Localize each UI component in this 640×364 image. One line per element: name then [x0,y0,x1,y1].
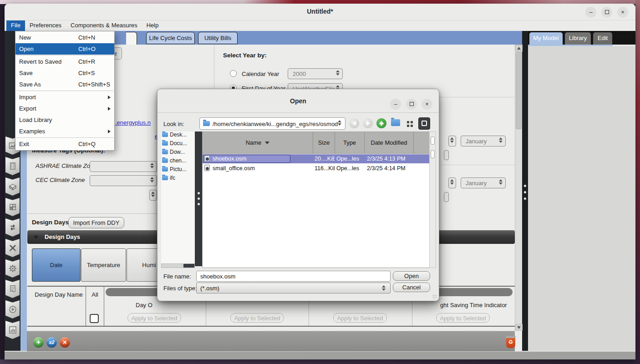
menu-item-open[interactable]: OpenCtrl+O [15,43,114,55]
files-of-type-select[interactable]: (*.osm) [196,283,391,293]
hidden-spinbox-fragment[interactable] [448,136,456,147]
menu-item-export[interactable]: Export [15,103,114,114]
scrollbar-thumb[interactable] [516,52,522,129]
list-view-icon[interactable] [405,119,414,128]
resize-grip[interactable] [432,294,437,299]
sidebar-hscrollbar[interactable] [161,263,195,268]
results-summary-icon[interactable] [5,321,20,339]
facility-tab-icon[interactable] [5,157,20,175]
menu-item-save-as[interactable]: Save AsCtrl+Shift+S [15,79,114,90]
col-header-date[interactable]: Date Modified [365,132,414,154]
hidden-spinbox-fragment[interactable] [448,177,456,188]
apply-to-selected-button[interactable]: Apply to Selected [127,313,181,323]
apply-to-selected-button[interactable]: Apply to Selected [333,313,387,323]
back-icon[interactable] [349,118,359,128]
spinner-icon[interactable] [149,177,155,182]
col-header-name[interactable]: Name [203,132,313,154]
settings-gear-icon[interactable] [5,259,20,278]
menu-help[interactable]: Help [142,20,163,31]
spinner-icon[interactable] [498,179,503,185]
table-vscrollbar[interactable] [429,131,436,268]
col-header-type[interactable]: Type [335,132,365,154]
calendar-year-select[interactable]: 2000 [288,68,343,79]
spinner-icon[interactable] [149,163,155,168]
dialog-close-icon[interactable]: × [422,99,432,110]
scroll-up-icon[interactable] [515,45,523,51]
tab-utility-bills[interactable]: Utility Bills [198,32,238,44]
sidebar-splitter[interactable] [195,131,202,266]
menu-item-examples[interactable]: Examples [15,126,114,137]
spinner-icon[interactable] [498,137,503,143]
dialog-minimize-icon[interactable]: – [390,99,401,110]
menu-components-measures[interactable]: Components & Measures [66,20,142,31]
month-select-2[interactable]: January [461,177,506,188]
menu-file[interactable]: File [6,20,25,31]
menu-item-load-library[interactable]: Load Library [15,114,114,126]
dialog-title-bar[interactable]: Open – × [157,89,439,113]
apply-to-selected-button[interactable]: Apply to Selected [230,313,284,323]
menu-item-revert[interactable]: Revert to SavedCtrl+R [15,56,114,67]
menu-item-new[interactable]: NewCtrl+N [15,32,114,43]
forward-icon[interactable] [363,118,373,128]
scroll-down-icon[interactable] [515,324,523,331]
scrollbar-thumb[interactable] [183,264,194,268]
hidden-spinbox-fragment[interactable] [149,190,157,201]
up-directory-icon[interactable] [376,118,386,128]
date-category-button[interactable]: Date [32,248,81,282]
tab-year-partial[interactable] [126,32,137,45]
ashrae-select[interactable] [90,161,157,172]
tab-edit[interactable]: Edit [593,32,612,45]
loads-tab-icon[interactable] [5,198,20,216]
panel-splitter[interactable] [522,31,528,351]
tab-life-cycle-costs[interactable]: Life Cycle Costs [146,32,195,44]
close-icon[interactable]: × [617,7,628,18]
current-path: /home/chenkianwee/ki...gendgn_egs/res/os… [213,121,338,127]
detail-view-icon[interactable] [418,117,430,130]
menu-preferences[interactable]: Preferences [25,20,66,31]
add-icon[interactable]: + [33,337,44,348]
constructions-tab-icon[interactable] [5,177,20,196]
run-simulation-icon[interactable] [5,300,20,318]
trash-icon[interactable]: ♻ [506,337,515,348]
cec-select[interactable] [90,175,157,186]
apply-to-selected-button[interactable]: Apply to Selected [436,313,490,323]
spinner-icon[interactable] [381,285,386,291]
col-header-size[interactable]: Size [313,132,335,154]
file-row-selected[interactable]: shoebox.osm 20....KiB Ope...les 2/3/25 4… [203,154,429,163]
remove-icon[interactable]: × [60,337,70,348]
place-item[interactable]: Desk... [161,131,195,140]
place-item[interactable]: chen... [161,157,195,166]
select-all-checkbox[interactable] [90,314,99,323]
duplicate-x2-icon[interactable]: x2 [46,337,57,348]
menu-item-exit[interactable]: ExitCtrl+Q [15,138,114,150]
file-name-input[interactable] [196,271,391,282]
temperature-category-button[interactable]: Temperature [81,248,126,282]
month-select-1[interactable]: January [461,136,506,147]
new-folder-icon[interactable] [391,119,400,126]
place-item[interactable]: Docu... [161,140,195,149]
title-bar[interactable]: Untitled* – × [5,4,635,20]
menu-item-import[interactable]: Import [15,91,114,103]
energyplus-link[interactable]: .energyplus.n [115,119,151,126]
menu-item-save[interactable]: SaveCtrl+S [15,67,114,79]
place-item[interactable]: Dow... [161,149,195,157]
cancel-button[interactable]: Cancel [393,283,430,292]
minimize-icon[interactable]: – [585,7,596,18]
place-item[interactable]: Pictu... [161,166,195,175]
measures-scissors-icon[interactable] [5,239,20,257]
import-from-ddy-button[interactable]: Import From DDY [68,217,124,228]
lifecycle-tab-icon[interactable] [5,218,20,237]
look-in-combobox[interactable]: /home/chenkianwee/ki...gendgn_egs/res/os… [199,117,345,130]
tab-library[interactable]: Library [565,32,591,45]
tab-my-model[interactable]: My Model [529,32,563,45]
content-scrollbar[interactable] [515,45,522,331]
place-item[interactable]: ifc [161,175,195,183]
open-button[interactable]: Open [393,271,430,281]
dialog-maximize-icon[interactable] [406,99,417,110]
calendar-year-radio[interactable] [230,70,237,77]
spinner-icon[interactable] [337,120,342,126]
maximize-icon[interactable] [601,7,612,18]
file-row[interactable]: small_office.osm 116...KiB Ope...les 2/3… [203,164,429,173]
scripts-tab-icon[interactable] [5,280,20,298]
spinner-icon[interactable] [335,70,340,76]
